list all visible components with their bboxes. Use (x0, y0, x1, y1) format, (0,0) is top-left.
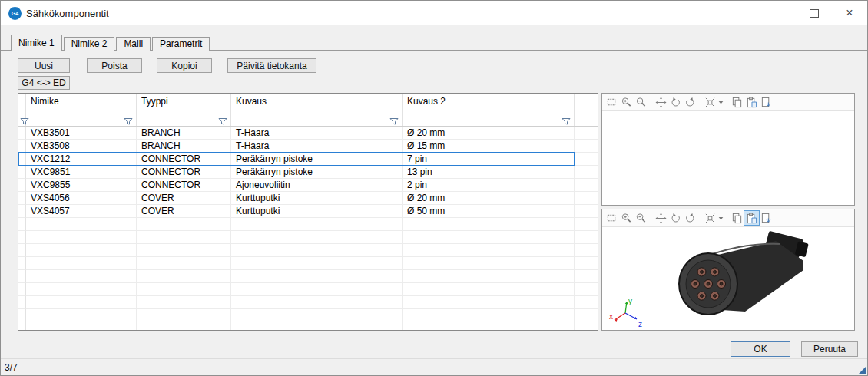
table-cell[interactable]: Kurttuputki (231, 205, 403, 218)
table-cell[interactable]: VXC9855 (26, 179, 137, 192)
table-cell[interactable] (137, 270, 231, 283)
table-cell[interactable] (403, 244, 575, 257)
pan-icon[interactable] (654, 211, 668, 225)
empty-table-row[interactable] (18, 322, 598, 331)
zoom-window-icon[interactable] (605, 95, 619, 109)
zoom-in-icon[interactable] (619, 211, 634, 225)
model-view-top[interactable] (602, 111, 854, 206)
table-cell[interactable]: COVER (137, 205, 231, 218)
table-cell[interactable]: VXB3501 (26, 127, 137, 140)
table-cell[interactable] (403, 257, 575, 270)
table-cell[interactable]: Peräkärryn pistoke (231, 153, 403, 166)
table-cell[interactable]: VXC9851 (26, 166, 137, 179)
maximize-button[interactable] (797, 1, 832, 25)
resize-grip-icon[interactable] (858, 366, 866, 374)
table-cell[interactable] (26, 309, 137, 322)
table-cell[interactable]: BRANCH (137, 140, 231, 153)
table-cell[interactable]: Ø 15 mm (403, 140, 575, 153)
table-cell[interactable]: VXS4056 (26, 192, 137, 205)
table-cell[interactable] (231, 322, 403, 331)
update-database-button[interactable]: Päivitä tietokanta (227, 58, 316, 73)
table-cell[interactable] (26, 231, 137, 244)
table-cell[interactable] (403, 322, 575, 331)
table-cell[interactable]: CONNECTOR (137, 179, 231, 192)
zoom-out-icon[interactable] (634, 211, 648, 225)
rotate-cw-icon[interactable] (683, 211, 697, 225)
table-row[interactable]: VXB3501BRANCHT-HaaraØ 20 mm (18, 127, 598, 140)
tab-nimike-1[interactable]: Nimike 1 (11, 35, 62, 51)
table-cell[interactable]: 13 pin (403, 166, 575, 179)
table-cell[interactable] (403, 231, 575, 244)
empty-table-row[interactable] (18, 283, 598, 296)
table-cell[interactable] (137, 296, 231, 309)
close-button[interactable]: × (832, 1, 867, 25)
tab-nimike-2[interactable]: Nimike 2 (64, 37, 115, 51)
table-cell[interactable] (26, 296, 137, 309)
tab-malli[interactable]: Malli (116, 37, 151, 51)
table-cell[interactable]: T-Haara (231, 140, 403, 153)
new-button[interactable]: Uusi (18, 58, 70, 73)
table-cell[interactable] (403, 309, 575, 322)
table-cell[interactable] (137, 257, 231, 270)
table-cell[interactable]: Peräkärryn pistoke (231, 166, 403, 179)
table-cell[interactable]: 2 pin (403, 179, 575, 192)
table-cell[interactable]: BRANCH (137, 127, 231, 140)
table-cell[interactable] (403, 296, 575, 309)
table-cell[interactable]: 7 pin (403, 153, 575, 166)
rotate-ccw-icon[interactable] (668, 211, 683, 225)
rotate-ccw-icon[interactable] (668, 95, 683, 109)
table-cell[interactable] (26, 283, 137, 296)
table-cell[interactable] (231, 231, 403, 244)
paste-view-icon[interactable] (744, 211, 759, 225)
table-cell[interactable]: Ø 20 mm (403, 127, 575, 140)
table-cell[interactable]: CONNECTOR (137, 166, 231, 179)
tab-parametrit[interactable]: Parametrit (152, 37, 210, 51)
table-cell[interactable] (231, 244, 403, 257)
zoom-extents-icon[interactable] (703, 211, 717, 225)
filter-icon[interactable] (562, 115, 571, 124)
table-cell[interactable] (26, 257, 137, 270)
cancel-button[interactable]: Peruuta (801, 341, 858, 357)
table-row[interactable]: VXS4056COVERKurttuputkiØ 20 mm (18, 192, 598, 205)
table-cell[interactable] (231, 257, 403, 270)
zoom-window-icon[interactable] (605, 211, 619, 225)
copy-view-icon[interactable] (730, 95, 744, 109)
table-cell[interactable] (231, 283, 403, 296)
empty-table-row[interactable] (18, 231, 598, 244)
column-header-kuvaus-2[interactable]: Kuvaus 2 (403, 94, 575, 109)
table-cell[interactable] (26, 244, 137, 257)
table-cell[interactable]: T-Haara (231, 127, 403, 140)
table-cell[interactable]: Ø 50 mm (403, 205, 575, 218)
model-view-bottom[interactable]: x y z (602, 227, 854, 330)
table-cell[interactable]: COVER (137, 192, 231, 205)
table-row[interactable]: VXS4057COVERKurttuputkiØ 50 mm (18, 205, 598, 218)
table-cell[interactable] (403, 218, 575, 231)
table-cell[interactable] (137, 283, 231, 296)
table-cell[interactable]: Ø 20 mm (403, 192, 575, 205)
table-cell[interactable] (137, 309, 231, 322)
column-header-kuvaus[interactable]: Kuvaus (231, 94, 403, 109)
table-cell[interactable]: VXS4057 (26, 205, 137, 218)
table-cell[interactable] (137, 231, 231, 244)
save-view-icon[interactable] (759, 95, 774, 109)
copy-button[interactable]: Kopioi (157, 58, 212, 73)
table-cell[interactable]: Kurttuputki (231, 192, 403, 205)
table-cell[interactable] (231, 309, 403, 322)
table-cell[interactable] (26, 322, 137, 331)
table-row[interactable]: VXB3508BRANCHT-HaaraØ 15 mm (18, 140, 598, 153)
save-view-icon[interactable] (759, 211, 774, 225)
empty-table-row[interactable] (18, 270, 598, 283)
filter-icon[interactable] (218, 115, 227, 124)
dropdown-icon[interactable] (717, 211, 724, 225)
g4-ed-button[interactable]: G4 <-> ED (18, 76, 70, 90)
column-header-tyyppi[interactable]: Tyyppi (137, 94, 231, 109)
filter-icon[interactable] (124, 115, 133, 124)
table-cell[interactable] (231, 270, 403, 283)
table-cell[interactable] (403, 270, 575, 283)
paste-view-icon[interactable] (744, 95, 759, 109)
ok-button[interactable]: OK (731, 341, 790, 357)
table-cell[interactable]: VXC1212 (26, 153, 137, 166)
table-cell[interactable] (26, 270, 137, 283)
rotate-cw-icon[interactable] (683, 95, 697, 109)
zoom-in-icon[interactable] (619, 95, 634, 109)
